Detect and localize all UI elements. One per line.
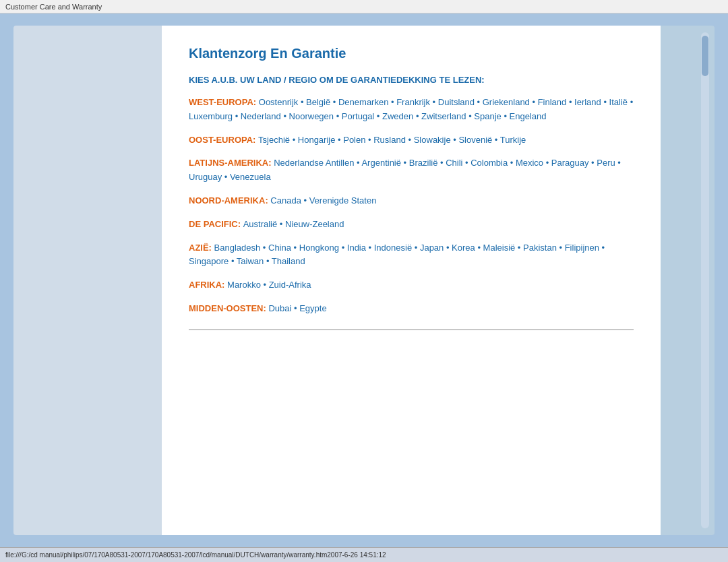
status-bar-text: file:///G:/cd manual/philips/07/170A8053… <box>5 551 386 559</box>
status-bar: file:///G:/cd manual/philips/07/170A8053… <box>0 547 728 562</box>
outer-wrapper: Klantenzorg En Garantie KIES A.U.B. UW L… <box>0 13 728 547</box>
main-content: Klantenzorg En Garantie KIES A.U.B. UW L… <box>162 26 661 535</box>
region-label-west-europa: WEST-EUROPA: <box>189 97 259 107</box>
region-label-afrika: AFRIKA: <box>189 280 227 290</box>
region-block-oost-europa: OOST-EUROPA: Tsjechië • Hongarije • Pole… <box>189 133 634 148</box>
divider <box>189 330 634 330</box>
region-label-azie: AZIË: <box>189 243 214 253</box>
regions-container: WEST-EUROPA: Oostenrijk • België • Denem… <box>189 96 634 316</box>
region-block-west-europa: WEST-EUROPA: Oostenrijk • België • Denem… <box>189 96 634 124</box>
region-links-de-pacific[interactable]: Australië • Nieuw-Zeeland <box>243 219 344 229</box>
title-bar: Customer Care and Warranty <box>0 0 728 13</box>
region-links-midden-oosten[interactable]: Dubai • Egypte <box>268 303 326 313</box>
scrollbar-thumb[interactable] <box>702 36 708 76</box>
region-block-midden-oosten: MIDDEN-OOSTEN: Dubai • Egypte <box>189 302 634 316</box>
title-bar-text: Customer Care and Warranty <box>5 3 102 11</box>
region-label-de-pacific: DE PACIFIC: <box>189 219 243 229</box>
region-block-de-pacific: DE PACIFIC: Australië • Nieuw-Zeeland <box>189 218 634 232</box>
region-block-afrika: AFRIKA: Marokko • Zuid-Afrika <box>189 278 634 292</box>
page-title: Klantenzorg En Garantie <box>189 46 634 61</box>
region-label-oost-europa: OOST-EUROPA: <box>189 135 258 145</box>
page-subtitle: KIES A.U.B. UW LAND / REGIO OM DE GARANT… <box>189 75 634 85</box>
region-block-azie: AZIË: Bangladesh • China • Hongkong • In… <box>189 241 634 270</box>
region-label-midden-oosten: MIDDEN-OOSTEN: <box>189 303 268 313</box>
region-label-latijns-amerika: LATIJNS-AMERIKA: <box>189 158 274 168</box>
region-links-afrika[interactable]: Marokko • Zuid-Afrika <box>227 280 311 290</box>
scrollbar-track[interactable] <box>701 32 709 528</box>
region-links-oost-europa[interactable]: Tsjechië • Hongarije • Polen • Rusland •… <box>258 135 526 145</box>
region-links-noord-amerika[interactable]: Canada • Verenigde Staten <box>270 195 376 206</box>
left-panel <box>13 26 162 535</box>
region-block-noord-amerika: NOORD-AMERIKA: Canada • Verenigde Staten <box>189 194 634 208</box>
region-links-azie[interactable]: Bangladesh • China • Hongkong • India • … <box>189 243 605 267</box>
region-label-noord-amerika: NOORD-AMERIKA: <box>189 195 270 206</box>
right-panel <box>661 26 715 535</box>
region-block-latijns-amerika: LATIJNS-AMERIKA: Nederlandse Antillen • … <box>189 156 634 185</box>
